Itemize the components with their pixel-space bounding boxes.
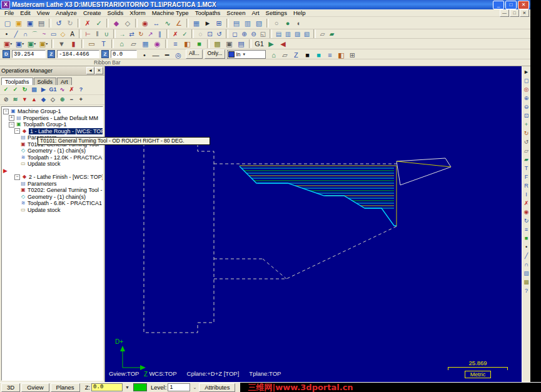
- create-arc-icon[interactable]: ∩: [21, 30, 30, 38]
- ops-help-icon[interactable]: ?: [76, 86, 86, 94]
- statusbar-3d[interactable]: 3D: [1, 383, 20, 392]
- z-coordinate-chip[interactable]: Z: [48, 50, 55, 58]
- create-spline-icon[interactable]: ~: [39, 30, 49, 38]
- analyze-dynamic-icon[interactable]: ∿: [162, 18, 173, 28]
- rt-zoom-target-icon[interactable]: ◎: [522, 85, 530, 94]
- analyze-position-icon[interactable]: ◉: [139, 18, 151, 28]
- panel-close-button[interactable]: ✕: [95, 67, 103, 74]
- tree-item[interactable]: ≋Toolpath - 12.0K - PRACTICA1 S: [2, 154, 103, 161]
- group-filter-dropdown[interactable]: In ▾: [227, 50, 266, 59]
- customize-icon[interactable]: ◇: [122, 18, 133, 28]
- plane-iso-icon[interactable]: ▧: [253, 18, 265, 28]
- verify-ops-icon[interactable]: ▶: [39, 86, 48, 94]
- groups-icon[interactable]: ⊞: [346, 50, 358, 60]
- toolpath-rough-icon[interactable]: ▣▾: [2, 39, 14, 49]
- d-coordinate-input[interactable]: [12, 50, 46, 58]
- menu-screen[interactable]: Screen: [223, 9, 248, 16]
- minimize-button[interactable]: _: [493, 1, 504, 9]
- tree-item[interactable]: −◆1 - Lathe Rough - [WCS: TOP] - [Tp: [2, 128, 103, 135]
- rt-shaded-icon[interactable]: ▰: [522, 155, 530, 164]
- mdi-restore-button[interactable]: □: [510, 9, 519, 17]
- zoom-window-icon[interactable]: ◻: [230, 30, 240, 38]
- ghost-ops-icon[interactable]: ◆: [39, 96, 48, 104]
- tree-expander[interactable]: −: [14, 128, 20, 134]
- statusbar-gview[interactable]: Gview: [21, 383, 49, 392]
- snap-icon[interactable]: ◉: [151, 39, 163, 49]
- create-fillet-icon[interactable]: ⌒: [30, 30, 39, 38]
- xform-mirror-icon[interactable]: ⇄: [127, 30, 136, 38]
- plane-top-icon[interactable]: ▤: [231, 18, 242, 28]
- z-value-field[interactable]: 0.0: [91, 383, 123, 391]
- create-point-icon[interactable]: •: [2, 30, 11, 38]
- graphics-viewport[interactable]: D+ Z Gview:TOPWCS:TOPCplane:+D+Z [TOP]Tp…: [105, 66, 522, 382]
- select-all-button[interactable]: All...: [186, 49, 203, 59]
- shading-off-icon[interactable]: ○: [271, 18, 282, 28]
- rt-analyze-icon[interactable]: ◉: [522, 208, 530, 216]
- tree-item[interactable]: ◇Geometry - (1) chain(s): [2, 194, 103, 201]
- select-only-button[interactable]: Only...: [205, 49, 226, 59]
- statusbar-attributes[interactable]: Attributes: [199, 383, 235, 392]
- color-swatch-green[interactable]: [133, 383, 147, 391]
- toggle-toolpath-display-icon[interactable]: ≋: [11, 96, 20, 104]
- tree-item[interactable]: ▤Parameters: [2, 181, 103, 188]
- toolpath-finish-icon[interactable]: ▣▾: [14, 39, 26, 49]
- analyze-distance-icon[interactable]: ↔: [151, 18, 162, 28]
- rt-previous-view-icon[interactable]: ↺: [522, 138, 530, 146]
- xform-rotate-icon[interactable]: ↻: [136, 30, 146, 38]
- levels-icon[interactable]: ≡: [169, 39, 181, 49]
- configure-icon[interactable]: ◆: [111, 18, 122, 28]
- point-style-icon[interactable]: •: [139, 50, 150, 60]
- rt-solids-icon[interactable]: ▩: [522, 278, 530, 286]
- close-button[interactable]: ✕: [518, 1, 529, 9]
- z2-coordinate-input[interactable]: [111, 50, 137, 58]
- line-style-icon[interactable]: —: [150, 50, 161, 60]
- menu-edit[interactable]: Edit: [17, 9, 33, 16]
- z2-coordinate-chip[interactable]: Z: [101, 50, 109, 58]
- rt-fit-icon[interactable]: ⊡: [522, 111, 530, 120]
- undelete-entities-icon[interactable]: ✓: [180, 30, 190, 38]
- create-polygon-icon[interactable]: ◇: [58, 30, 68, 38]
- z-dropdown-caret-icon[interactable]: ▼: [125, 385, 129, 389]
- tree-item[interactable]: +▤Properties - Lathe Default MM: [2, 115, 103, 122]
- menu-file[interactable]: File: [1, 9, 17, 16]
- expand-all-icon[interactable]: +: [76, 96, 86, 104]
- level-dropdown-caret-icon[interactable]: ⌄: [193, 385, 196, 390]
- save-file-icon[interactable]: ▣: [24, 18, 36, 28]
- tool-settings-icon[interactable]: T: [98, 39, 109, 49]
- material-icon[interactable]: ▩: [211, 39, 223, 49]
- rt-point-icon[interactable]: •: [522, 243, 530, 251]
- planes-icon[interactable]: ▱: [128, 39, 139, 49]
- z-depth-icon[interactable]: Z: [290, 50, 301, 60]
- delete-icon[interactable]: ✗: [82, 18, 93, 28]
- rt-arc-icon[interactable]: ∩: [522, 260, 530, 269]
- tree-item[interactable]: −▣Machine Group-1: [2, 108, 103, 115]
- drill-icon[interactable]: ▼: [56, 39, 68, 49]
- tree-expander[interactable]: −: [14, 174, 20, 180]
- rt-pan-icon[interactable]: +: [522, 120, 530, 129]
- zoom-out-icon[interactable]: ⊖: [249, 30, 258, 38]
- plane-front-icon[interactable]: ▥: [242, 18, 253, 28]
- delete-ops-icon[interactable]: ✗: [67, 86, 76, 94]
- xform-scale-icon[interactable]: ↗: [146, 30, 155, 38]
- zoom-previous-icon[interactable]: ◱: [258, 30, 268, 38]
- tree-item[interactable]: ▭Update stock: [2, 207, 103, 214]
- rt-line-icon[interactable]: ╱: [522, 251, 530, 260]
- backplot-ops-icon[interactable]: ▤: [29, 86, 39, 94]
- regen-all-icon[interactable]: ↻: [20, 86, 29, 94]
- menu-machine-type[interactable]: Machine Type: [149, 9, 192, 16]
- open-file-icon[interactable]: ▣: [13, 18, 24, 28]
- analyze-angle-icon[interactable]: ∠: [173, 18, 185, 28]
- menu-settings[interactable]: Settings: [263, 9, 290, 16]
- control-def-icon[interactable]: ▤: [235, 39, 247, 49]
- rt-zoom-in-icon[interactable]: ⊕: [522, 94, 530, 103]
- gview-right-icon[interactable]: ▨: [293, 30, 302, 38]
- operations-manager-header[interactable]: Operations Manager ◄ ✕: [0, 66, 104, 76]
- create-line-icon[interactable]: ╱: [11, 30, 21, 38]
- rt-help-icon[interactable]: ?: [522, 286, 530, 295]
- insert-arrow-down-icon[interactable]: ▼: [20, 96, 29, 104]
- trim-entities-icon[interactable]: ⊢: [83, 30, 93, 38]
- menu-create[interactable]: Create: [80, 9, 104, 16]
- tab-solids[interactable]: Solids: [34, 78, 57, 85]
- gview-isometric-icon[interactable]: ▧: [302, 30, 311, 38]
- material-display-icon[interactable]: ◐: [293, 18, 305, 28]
